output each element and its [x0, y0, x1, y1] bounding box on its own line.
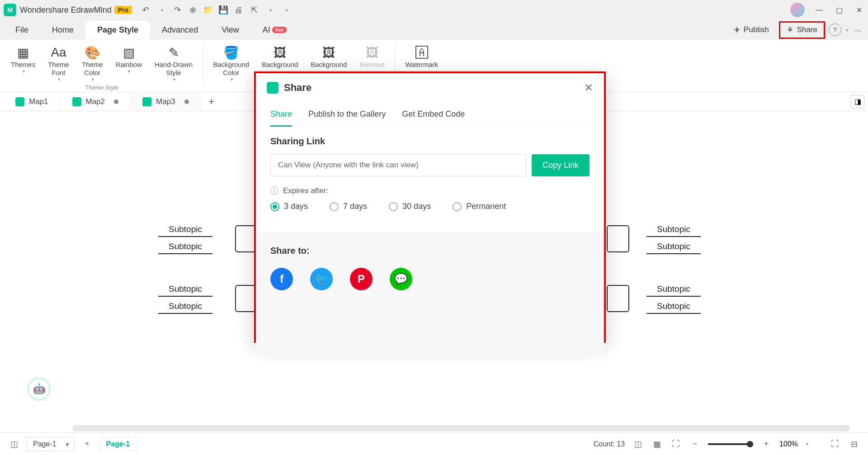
help-button[interactable]: ? [829, 24, 841, 36]
rainbow-button[interactable]: ▧Rainbow▾ [112, 43, 146, 84]
zoom-thumb[interactable] [747, 441, 753, 447]
font-icon: Aa [51, 44, 66, 61]
ribbon-group-label: Theme Style [85, 84, 118, 92]
menu-page-style[interactable]: Page Style [85, 21, 150, 39]
ribbon-group-theme-style: ▦Themes▾ AaTheme Font▾ 🎨Theme Color▾ ▧Ra… [5, 43, 199, 92]
close-window-button[interactable]: ✕ [854, 5, 864, 15]
minimize-button[interactable]: — [814, 5, 825, 15]
fit-screen-button[interactable]: ⛶ [670, 438, 682, 450]
fullscreen-button[interactable]: ⛶ [829, 438, 841, 450]
pro-badge: Pro [114, 6, 132, 14]
ai-assistant-button[interactable]: 🤖 [27, 377, 51, 401]
node-count: Count: 13 [594, 440, 625, 448]
share-twitter-button[interactable]: 🐦 [310, 268, 333, 290]
share-icon: ⚘ [787, 25, 793, 35]
themes-button[interactable]: ▦Themes▾ [7, 43, 39, 84]
image-icon: 🖼 [274, 44, 286, 61]
expire-option-permanent[interactable]: Permanent [453, 202, 506, 211]
new-button[interactable]: ⊕ [187, 5, 198, 15]
outline-panel-button[interactable]: ◫ [8, 438, 20, 450]
menubar: File Home Page Style Advanced View AI Ho… [0, 20, 868, 40]
dialog-close-button[interactable]: ✕ [584, 81, 593, 94]
collapse-ribbon-button[interactable]: ︿ [852, 24, 864, 36]
map-icon [72, 97, 81, 106]
maximize-button[interactable]: ▢ [834, 5, 844, 15]
page-selector[interactable]: Page-1 [26, 437, 75, 451]
theme-color-button[interactable]: 🎨Theme Color▾ [78, 43, 107, 84]
map-tab-2[interactable]: Map2 [61, 94, 131, 110]
map-tab-3[interactable]: Map3 [131, 94, 201, 110]
expire-option-30days[interactable]: 30 days [389, 202, 431, 211]
user-avatar[interactable] [790, 3, 805, 17]
view-mode-1[interactable]: ◫ [632, 438, 644, 450]
redo-button[interactable]: ↷ [172, 5, 183, 15]
expire-option-7days[interactable]: 7 days [330, 202, 367, 211]
info-icon: i [270, 187, 278, 195]
share-link-input[interactable] [270, 154, 526, 176]
menu-home[interactable]: Home [40, 21, 85, 39]
bucket-icon: 🪣 [223, 44, 239, 61]
dialog-tab-share[interactable]: Share [270, 106, 292, 127]
side-panel-toggle[interactable]: ◨ [851, 95, 864, 109]
menu-advanced[interactable]: Advanced [150, 21, 210, 39]
copy-link-button[interactable]: Copy Link [532, 154, 590, 176]
export-dropdown[interactable]: ▾ [265, 5, 276, 15]
app-logo-icon: M [4, 4, 16, 16]
unsaved-indicator [114, 100, 118, 104]
dialog-share-to-section: Share to: f 🐦 P 💬 [256, 233, 604, 355]
undo-button[interactable]: ↶ [140, 5, 151, 15]
bg-color-button[interactable]: 🪣Background Color▾ [209, 43, 253, 84]
subtopic-node[interactable]: Subtopic [158, 240, 212, 254]
qat-more[interactable]: ▾ [281, 5, 292, 15]
dialog-title: Share [284, 82, 311, 94]
map-tab-1[interactable]: Map1 [4, 94, 61, 110]
share-line-button[interactable]: 💬 [390, 268, 412, 290]
radio-icon [270, 202, 279, 211]
hot-badge: Hot [272, 27, 287, 33]
export-button[interactable]: ⇱ [249, 5, 259, 15]
subtopic-node[interactable]: Subtopic [158, 299, 212, 314]
paper-plane-icon: ✈ [734, 25, 740, 35]
zoom-dropdown[interactable]: ▾ [806, 441, 808, 446]
theme-font-button[interactable]: AaTheme Font▾ [44, 43, 73, 84]
menu-file[interactable]: File [4, 21, 40, 39]
expire-option-3days[interactable]: 3 days [270, 202, 308, 211]
view-mode-2[interactable]: ▦ [651, 438, 663, 450]
branch-connector [607, 285, 629, 312]
add-map-button[interactable]: + [205, 95, 218, 109]
share-pinterest-button[interactable]: P [350, 268, 373, 290]
publish-button[interactable]: ✈ Publish [727, 23, 775, 38]
image-remove-icon: 🖼 [366, 44, 378, 61]
subtopic-node[interactable]: Subtopic [646, 299, 701, 314]
help-dropdown[interactable]: ▾ [846, 28, 848, 33]
zoom-out-button[interactable]: − [689, 438, 701, 450]
print-button[interactable]: 🖨 [233, 5, 244, 15]
branch-connector [607, 225, 629, 252]
dialog-tab-embed[interactable]: Get Embed Code [402, 106, 465, 127]
map-icon [15, 97, 24, 106]
subtopic-node[interactable]: Subtopic [646, 223, 701, 237]
subtopic-node[interactable]: Subtopic [158, 223, 212, 237]
add-page-button[interactable]: + [81, 438, 93, 450]
zoom-in-button[interactable]: + [760, 438, 772, 450]
menu-ai[interactable]: AI Hot [251, 21, 298, 39]
active-page-tab[interactable]: Page-1 [99, 437, 137, 451]
subtopic-node[interactable]: Subtopic [158, 282, 212, 297]
horizontal-scrollbar[interactable] [72, 425, 850, 431]
save-button[interactable]: 💾 [218, 5, 229, 15]
undo-dropdown[interactable]: ▾ [156, 5, 167, 15]
image-down-icon: 🖼 [322, 44, 335, 61]
dialog-tab-gallery[interactable]: Publish to the Gallery [308, 106, 386, 127]
menu-view[interactable]: View [210, 21, 251, 39]
minimize-panel-button[interactable]: ⊟ [848, 438, 860, 450]
hand-drawn-button[interactable]: ✎Hand-Drawn Style▾ [151, 43, 196, 84]
open-button[interactable]: 📁 [203, 5, 213, 15]
subtopic-node[interactable]: Subtopic [646, 282, 701, 297]
subtopic-node[interactable]: Subtopic [646, 240, 701, 254]
share-facebook-button[interactable]: f [270, 268, 293, 290]
share-button[interactable]: ⚘ Share [779, 21, 825, 39]
mindmap-right-group-2: Subtopic Subtopic [646, 280, 701, 317]
share-to-heading: Share to: [270, 246, 590, 256]
zoom-slider[interactable] [708, 443, 753, 445]
mindmap-right-group-1: Subtopic Subtopic [646, 220, 701, 257]
